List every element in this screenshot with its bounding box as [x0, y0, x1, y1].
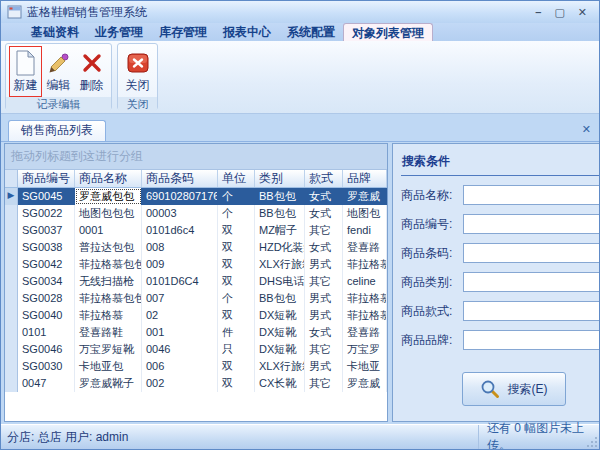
column-header[interactable]: 商品编号: [18, 170, 75, 187]
cell[interactable]: SG0040: [18, 307, 75, 324]
cell[interactable]: 双: [218, 256, 255, 273]
cell[interactable]: XLX行旅箱: [255, 358, 305, 375]
search-button[interactable]: 搜索(E): [462, 372, 566, 406]
cell[interactable]: SG0034: [18, 273, 75, 290]
cell[interactable]: 男式: [305, 307, 343, 324]
table-row[interactable]: SG0022地图包包包00003个BB包包女式地图包: [5, 205, 387, 222]
cell[interactable]: 菲拉格慕包包: [75, 256, 142, 273]
cell[interactable]: 罗意威: [343, 375, 387, 392]
cell[interactable]: 02: [142, 307, 218, 324]
cell[interactable]: 女式: [305, 324, 343, 341]
close-icon[interactable]: ✕: [578, 5, 587, 19]
cell[interactable]: 万宝罗: [343, 341, 387, 358]
cell[interactable]: 0101: [18, 324, 75, 341]
table-row[interactable]: SG0028菲拉格慕包包007个BB包包男式菲拉格慕: [5, 290, 387, 307]
column-header[interactable]: 类别: [255, 170, 305, 187]
table-row[interactable]: SG0042菲拉格慕包包009双XLX行旅箱男式菲拉格慕: [5, 256, 387, 273]
table-row[interactable]: SG0046万宝罗短靴0046只DX短靴其它万宝罗: [5, 341, 387, 358]
cell[interactable]: 卡地亚包: [75, 358, 142, 375]
minimize-icon[interactable]: –: [535, 5, 541, 19]
cell[interactable]: 菲拉格慕: [343, 256, 387, 273]
cell[interactable]: 个: [218, 205, 255, 222]
resize-grip-icon[interactable]: [587, 437, 597, 447]
cell[interactable]: 罗意威: [343, 188, 387, 205]
cell[interactable]: SG0030: [18, 358, 75, 375]
column-header[interactable]: 款式: [305, 170, 343, 187]
cell[interactable]: SG0046: [18, 341, 75, 358]
cell[interactable]: 普拉达包包: [75, 239, 142, 256]
table-row[interactable]: ▶SG0045罗意威包包6901028071765个BB包包女式罗意威: [5, 188, 387, 205]
column-header[interactable]: 商品条码: [142, 170, 218, 187]
cell[interactable]: 其它: [305, 222, 343, 239]
cell[interactable]: 男式: [305, 290, 343, 307]
new-button[interactable]: 新建: [9, 46, 42, 97]
menu-tab-system-config[interactable]: 系统配置: [279, 23, 343, 41]
cell[interactable]: CX长靴: [255, 375, 305, 392]
cell[interactable]: 罗意威靴子: [75, 375, 142, 392]
cell[interactable]: 双: [218, 358, 255, 375]
cell[interactable]: 007: [142, 290, 218, 307]
cell[interactable]: 登喜路鞋: [75, 324, 142, 341]
cell[interactable]: 万宝罗短靴: [75, 341, 142, 358]
cell[interactable]: DHS电话绳: [255, 273, 305, 290]
close-button[interactable]: 关闭: [121, 46, 154, 97]
cell[interactable]: 菲拉格慕: [343, 307, 387, 324]
product-style-select[interactable]: ▼: [463, 301, 600, 321]
tabstrip-close-icon[interactable]: ✕: [582, 124, 591, 135]
cell[interactable]: 地图包: [343, 205, 387, 222]
cell[interactable]: 无线扫描枪: [75, 273, 142, 290]
table-row[interactable]: SG0034无线扫描枪0101D6C4双DHS电话绳其它celine: [5, 273, 387, 290]
table-row[interactable]: SG0038普拉达包包008双HZD化装袋女式登喜路: [5, 239, 387, 256]
product-code-input[interactable]: [463, 214, 600, 234]
group-by-area[interactable]: 拖动列标题到这进行分组: [5, 144, 387, 170]
cell[interactable]: 件: [218, 324, 255, 341]
cell[interactable]: SG0037: [18, 222, 75, 239]
cell[interactable]: 个: [218, 188, 255, 205]
column-header[interactable]: 单位: [218, 170, 255, 187]
cell[interactable]: DX短靴: [255, 307, 305, 324]
cell[interactable]: BB包包: [255, 290, 305, 307]
cell[interactable]: 个: [218, 290, 255, 307]
cell[interactable]: 其它: [305, 341, 343, 358]
menu-tab-basic-data[interactable]: 基础资料: [23, 23, 87, 41]
cell[interactable]: 其它: [305, 273, 343, 290]
product-category-select[interactable]: ▼: [463, 272, 600, 292]
cell[interactable]: 0047: [18, 375, 75, 392]
cell[interactable]: 菲拉格慕包包: [75, 290, 142, 307]
product-name-input[interactable]: [463, 185, 600, 205]
cell[interactable]: 6901028071765: [142, 188, 218, 205]
cell[interactable]: 002: [142, 375, 218, 392]
cell[interactable]: 双: [218, 222, 255, 239]
cell[interactable]: 双: [218, 375, 255, 392]
cell[interactable]: DX短靴: [255, 341, 305, 358]
cell[interactable]: 男式: [305, 358, 343, 375]
cell[interactable]: 双: [218, 273, 255, 290]
menu-tab-business-mgmt[interactable]: 业务管理: [87, 23, 151, 41]
cell[interactable]: XLX行旅箱: [255, 256, 305, 273]
cell[interactable]: 0001: [75, 222, 142, 239]
cell[interactable]: SG0038: [18, 239, 75, 256]
cell[interactable]: 双: [218, 307, 255, 324]
cell[interactable]: SG0042: [18, 256, 75, 273]
cell[interactable]: BB包包: [255, 205, 305, 222]
cell[interactable]: MZ帽子: [255, 222, 305, 239]
column-header[interactable]: 商品名称: [75, 170, 142, 187]
cell[interactable]: 00003: [142, 205, 218, 222]
cell[interactable]: 006: [142, 358, 218, 375]
cell[interactable]: 0101D6C4: [142, 273, 218, 290]
cell[interactable]: 0101d6c4: [142, 222, 218, 239]
table-row[interactable]: 0101登喜路鞋001件DX短靴女式登喜路: [5, 324, 387, 341]
cell[interactable]: 男式: [305, 256, 343, 273]
cell[interactable]: 卡地亚: [343, 358, 387, 375]
cell[interactable]: 001: [142, 324, 218, 341]
cell[interactable]: 其它: [305, 375, 343, 392]
cell[interactable]: 008: [142, 239, 218, 256]
cell[interactable]: 菲拉格慕: [75, 307, 142, 324]
column-header[interactable]: 品牌: [343, 170, 387, 187]
cell[interactable]: DX短靴: [255, 324, 305, 341]
cell[interactable]: 地图包包包: [75, 205, 142, 222]
cell[interactable]: 女式: [305, 239, 343, 256]
edit-button[interactable]: 编辑: [42, 46, 75, 97]
table-row[interactable]: SG0040菲拉格慕02双DX短靴男式菲拉格慕: [5, 307, 387, 324]
cell[interactable]: 罗意威包包: [75, 188, 142, 205]
